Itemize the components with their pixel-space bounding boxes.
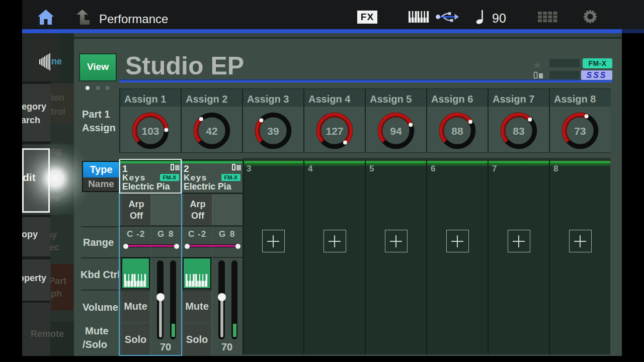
- svg-text:103: 103: [141, 125, 159, 137]
- svg-text:127: 127: [326, 125, 343, 137]
- svg-text:73: 73: [574, 125, 586, 137]
- svg-text:42: 42: [206, 125, 217, 137]
- svg-text:88: 88: [451, 125, 463, 137]
- svg-text:39: 39: [267, 125, 279, 137]
- svg-text:83: 83: [513, 125, 524, 137]
- svg-text:94: 94: [390, 125, 402, 137]
